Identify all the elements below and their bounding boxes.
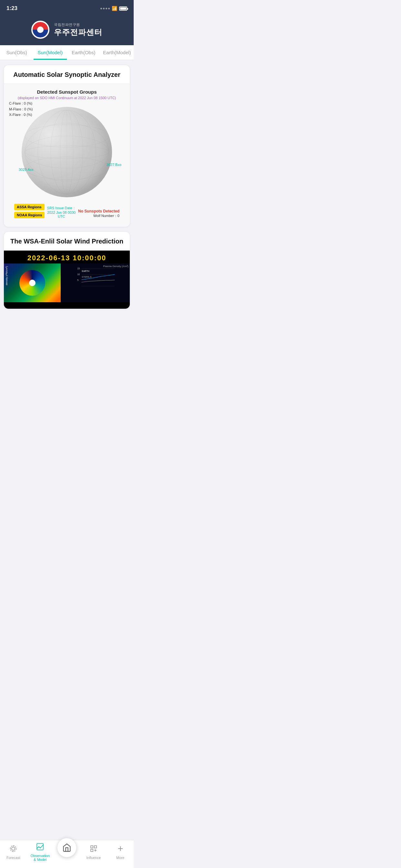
wsa-image: 2022-06-13 10:00:00 density (r²N/cm²) Pl…: [4, 251, 130, 309]
header-subtitle: 국립전파연구원: [54, 22, 102, 27]
srs-date: SRS Issue Date：2022 Jun 08 0030 UTC: [44, 206, 78, 218]
tab-sun-obs[interactable]: Sun(Obs): [0, 45, 34, 60]
solar-footer: ASSA Regions NOAA Regions SRS Issue Date…: [9, 200, 125, 221]
tab-sun-model[interactable]: Sun(Model): [34, 45, 67, 60]
sun-globe: [22, 107, 112, 197]
wsa-visualization: density (r²N/cm²) Plasma Density (/cm³) …: [4, 264, 130, 302]
header-text: 국립전파연구원 우주전파센터: [54, 22, 102, 37]
noaa-button[interactable]: NOAA Regions: [14, 212, 44, 218]
signal-icon: [100, 8, 110, 9]
battery-icon: [119, 6, 127, 11]
svg-text:EARTH: EARTH: [82, 270, 89, 272]
tab-earth-model[interactable]: Earth(Model): [100, 45, 134, 60]
solar-analyzer-title: Automatic Solar Synoptic Analyzer: [4, 65, 130, 84]
wsa-spiral: [19, 270, 45, 296]
status-icons: 📶: [100, 6, 127, 11]
app-logo: [31, 21, 50, 39]
assa-button[interactable]: ASSA Regions: [14, 204, 44, 210]
region-buttons: ASSA Regions NOAA Regions: [14, 204, 44, 218]
svg-text:15: 15: [77, 268, 80, 270]
no-sunspot-info: No Sunspots Detected Wolf Number：0: [78, 209, 120, 218]
header-title: 우주전파센터: [54, 27, 102, 37]
detected-subtitle: (displayed on SDO HMI Continuum at 2022 …: [9, 96, 125, 100]
sunspot-3027: 3027:Bxo: [106, 163, 121, 166]
wsa-title: The WSA-Enlil Solar Wind Prediction: [4, 232, 130, 251]
wsa-timestamp: 2022-06-13 10:00:00: [4, 251, 130, 264]
wifi-icon: 📶: [112, 6, 117, 11]
svg-text:10: 10: [77, 273, 80, 275]
main-content: Automatic Solar Synoptic Analyzer Detect…: [0, 60, 134, 351]
no-sunspot-text: No Sunspots Detected: [78, 209, 120, 213]
status-bar: 1:23 📶: [0, 0, 134, 16]
svg-text:5: 5: [77, 279, 79, 281]
svg-text:STERE-A: STERE-A: [82, 276, 92, 278]
wsa-card: The WSA-Enlil Solar Wind Prediction 2022…: [4, 232, 130, 309]
app-header: 국립전파연구원 우주전파센터: [0, 16, 134, 45]
plasma-label: Plasma Density (/cm³): [103, 265, 128, 268]
detected-title: Detected Sunspot Groups: [9, 89, 125, 95]
sunspot-3029: 3029:Axx: [19, 167, 34, 172]
solar-viz: Detected Sunspot Groups (displayed on SD…: [4, 84, 130, 227]
wsa-right-panel: Plasma Density (/cm³) 15 10 5 EARTH STER…: [61, 264, 130, 302]
solar-analyzer-card: Automatic Solar Synoptic Analyzer Detect…: [4, 65, 130, 227]
main-tab-bar: Sun(Obs) Sun(Model) Earth(Obs) Earth(Mod…: [0, 45, 134, 60]
tab-earth-obs[interactable]: Earth(Obs): [67, 45, 100, 60]
wsa-left-panel: density (r²N/cm²): [4, 264, 61, 302]
wsa-density-label: density (r²N/cm²): [5, 266, 8, 285]
wolf-number: Wolf Number：0: [78, 213, 120, 218]
globe-container: 3029:Axx 3027:Bxo: [9, 104, 125, 200]
wsa-chart: 15 10 5 EARTH STERE-A: [65, 266, 127, 289]
status-time: 1:23: [6, 5, 18, 11]
